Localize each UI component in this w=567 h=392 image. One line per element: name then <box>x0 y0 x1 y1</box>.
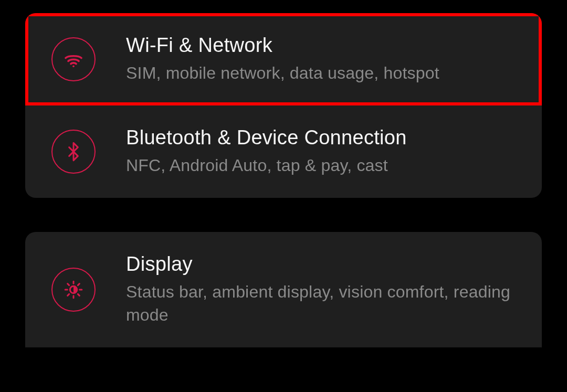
settings-item-subtitle: SIM, mobile network, data usage, hotspot <box>126 62 439 84</box>
settings-item-wifi-network[interactable]: Wi-Fi & Network SIM, mobile network, dat… <box>25 13 542 105</box>
settings-item-subtitle: NFC, Android Auto, tap & pay, cast <box>126 154 407 177</box>
settings-item-title: Bluetooth & Device Connection <box>126 126 407 149</box>
settings-item-bluetooth[interactable]: Bluetooth & Device Connection NFC, Andro… <box>25 105 542 198</box>
settings-item-text: Wi-Fi & Network SIM, mobile network, dat… <box>126 34 439 84</box>
settings-item-title: Display <box>126 253 516 276</box>
settings-item-text: Display Status bar, ambient display, vis… <box>126 253 516 326</box>
settings-card-display: Display Status bar, ambient display, vis… <box>25 232 542 347</box>
brightness-icon <box>51 268 96 312</box>
settings-item-text: Bluetooth & Device Connection NFC, Andro… <box>126 126 407 177</box>
bluetooth-icon <box>51 130 96 174</box>
svg-line-7 <box>78 294 79 295</box>
settings-item-subtitle: Status bar, ambient display, vision comf… <box>126 281 516 326</box>
svg-line-8 <box>68 294 69 295</box>
svg-point-0 <box>72 66 75 68</box>
svg-line-9 <box>78 284 79 285</box>
settings-item-title: Wi-Fi & Network <box>126 34 439 57</box>
settings-card-network: Wi-Fi & Network SIM, mobile network, dat… <box>25 13 542 198</box>
settings-item-display[interactable]: Display Status bar, ambient display, vis… <box>25 232 542 347</box>
svg-line-6 <box>68 284 69 285</box>
wifi-icon <box>51 37 96 81</box>
